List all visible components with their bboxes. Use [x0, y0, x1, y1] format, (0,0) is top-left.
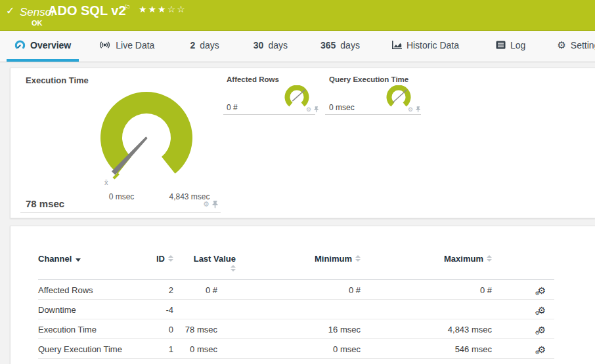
average-marker: x̄	[104, 178, 108, 186]
sort-icon	[487, 255, 492, 262]
channel-maximum: 546 msec	[361, 339, 492, 359]
channel-table: Channel ID Last Value Minimum Maximum	[38, 226, 554, 359]
log-list-icon	[496, 41, 506, 49]
sort-icon	[355, 255, 361, 262]
table-row[interactable]: Affected Rows 2 0 # 0 # 0 # ⚙⚙	[38, 280, 554, 300]
table-row[interactable]: Query Execution Time 1 0 msec 0 msec 546…	[38, 339, 554, 359]
channel-maximum	[361, 300, 492, 319]
channel-minimum: 0 #	[217, 280, 361, 300]
sort-desc-icon	[76, 258, 81, 262]
channel-name: Downtime	[38, 300, 153, 319]
channel-name: Affected Rows	[38, 280, 153, 300]
gauge-settings-gear-icon[interactable]: ⚙	[408, 106, 413, 113]
channel-table-panel: Channel ID Last Value Minimum Maximum	[10, 226, 595, 364]
gear-icon: ⚙	[557, 39, 565, 51]
tab-overview[interactable]: Overview	[7, 31, 79, 62]
column-header-minimum[interactable]: Minimum	[217, 226, 361, 280]
channel-id: -4	[153, 300, 173, 319]
query-execution-gauge-title: Query Execution Time	[329, 75, 408, 83]
historic-chart-icon	[391, 41, 402, 50]
query-execution-gauge-value: 0 msec	[329, 103, 355, 112]
sensor-name: ADO SQL v2	[48, 3, 126, 18]
main-gauge-value: 78 msec	[26, 198, 64, 209]
tab-2-days[interactable]: 2 days	[182, 31, 227, 62]
tab-settings[interactable]: ⚙ Settings	[549, 31, 595, 62]
sort-icon	[168, 255, 173, 262]
channel-settings-icon[interactable]: ⚙⚙	[537, 305, 546, 315]
pin-icon[interactable]	[416, 106, 421, 113]
tab-365-days[interactable]: 365 days	[313, 31, 368, 62]
main-gauge-title: Execution Time	[26, 75, 89, 85]
gauge-settings-gear-icon[interactable]: ⚙	[203, 200, 209, 209]
channel-name: Execution Time	[38, 319, 153, 339]
main-gauge-scale-min: 0 msec	[95, 192, 148, 201]
main-gauge-widget-actions: ⚙	[203, 200, 219, 209]
affected-rows-gauge-title: Affected Rows	[227, 75, 279, 83]
query-execution-divider	[325, 114, 421, 115]
channel-last-value: 78 msec	[173, 319, 217, 339]
status-check-icon: ✓	[6, 5, 14, 17]
channel-maximum: 4,843 msec	[361, 319, 492, 339]
flag-icon: ⚐	[124, 3, 131, 12]
live-broadcast-icon	[99, 40, 111, 50]
affected-rows-divider	[223, 114, 315, 115]
tab-log[interactable]: Log	[488, 31, 533, 62]
query-execution-widget-actions: ⚙	[408, 106, 421, 113]
channel-minimum: 0 msec	[217, 339, 361, 359]
channel-id: 2	[153, 280, 173, 300]
overview-gauges-panel: Execution Time x̄ 0 msec 4,843 msec 78 m…	[10, 68, 595, 218]
channel-last-value	[173, 300, 217, 319]
column-header-actions	[492, 226, 554, 280]
pin-icon[interactable]	[314, 106, 319, 113]
sensor-tab-bar: Overview Live Data 2 days 30 days 365 da…	[0, 31, 595, 62]
main-gauge-divider	[20, 212, 221, 213]
channel-id: 0	[153, 319, 173, 339]
channel-id: 1	[153, 339, 173, 359]
channel-settings-icon[interactable]: ⚙⚙	[537, 325, 546, 335]
priority-stars[interactable]: ★★★☆☆	[139, 4, 187, 14]
execution-time-gauge[interactable]: x̄	[94, 85, 199, 190]
gauge-icon	[14, 39, 26, 51]
column-header-id[interactable]: ID	[153, 226, 173, 280]
table-header-row: Channel ID Last Value Minimum Maximum	[38, 226, 554, 280]
channel-name: Query Execution Time	[38, 339, 153, 359]
gauge-settings-gear-icon[interactable]: ⚙	[306, 106, 311, 113]
tab-30-days[interactable]: 30 days	[246, 31, 296, 62]
channel-last-value: 0 msec	[173, 339, 217, 359]
channel-minimum: 16 msec	[217, 319, 361, 339]
channel-maximum: 0 #	[361, 280, 492, 300]
channel-settings-icon[interactable]: ⚙⚙	[537, 344, 546, 355]
column-header-maximum[interactable]: Maximum	[361, 226, 492, 280]
status-badge: OK	[32, 19, 43, 27]
pin-icon[interactable]	[212, 201, 219, 209]
channel-settings-icon[interactable]: ⚙⚙	[537, 285, 546, 296]
affected-rows-gauge-value: 0 #	[227, 103, 238, 112]
table-row[interactable]: Execution Time 0 78 msec 16 msec 4,843 m…	[38, 319, 554, 339]
column-header-channel[interactable]: Channel	[38, 226, 153, 280]
tab-historic-data[interactable]: Historic Data	[384, 31, 467, 62]
sensor-status-header: ✓ Sensor ADO SQL v2 ⚐ ★★★☆☆ OK	[0, 0, 595, 31]
sort-icon	[231, 265, 236, 272]
tab-live-data[interactable]: Live Data	[91, 31, 162, 62]
channel-last-value: 0 #	[173, 280, 217, 300]
affected-rows-widget-actions: ⚙	[306, 106, 319, 113]
column-header-last-value[interactable]: Last Value	[173, 226, 217, 280]
table-row[interactable]: Downtime -4 ⚙⚙	[38, 300, 554, 319]
channel-minimum	[217, 300, 361, 319]
